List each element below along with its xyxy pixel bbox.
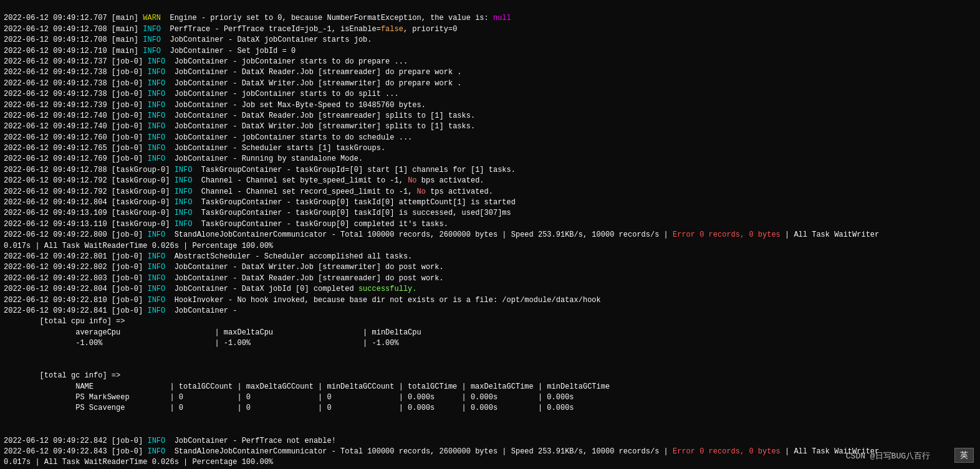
language-button[interactable]: 英	[954, 448, 974, 463]
terminal-output: 2022-06-12 09:49:12.707 [main] WARN Engi…	[0, 0, 980, 469]
watermark: CSDN @日写BUG八百行	[846, 451, 930, 463]
